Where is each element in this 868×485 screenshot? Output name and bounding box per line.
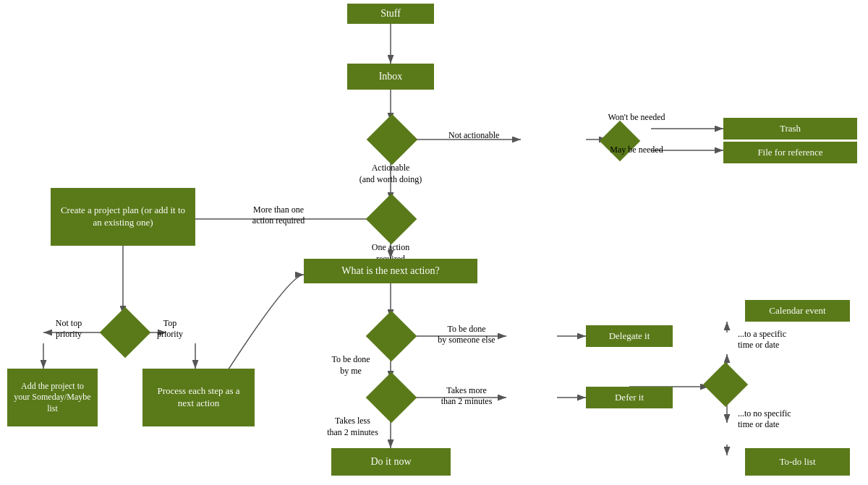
file-ref-box: File for reference [723, 142, 857, 163]
time-less-label: Takes lessthan 2 minutes [318, 416, 387, 438]
specific-time-label: ...to a specifictime or date [738, 329, 832, 351]
delegate-box: Delegate it [586, 325, 673, 347]
more-one-label: More than oneaction required [224, 205, 333, 226]
stuff-box: Stuff [347, 4, 434, 24]
top-priority-label: Toppriority [141, 318, 199, 340]
todo-box: To-do list [745, 448, 850, 476]
do-now-box: Do it now [331, 448, 451, 476]
someday-box: Add the project to your Someday/Maybe li… [7, 369, 98, 426]
calendar-box: Calendar event [745, 300, 850, 322]
defer-type-diamond [703, 362, 748, 407]
flowchart: Stuff Inbox Actionable(and worth doing) … [0, 0, 868, 485]
process-steps-box: Process each step as a next action [142, 369, 255, 426]
actionable-label: Actionable(and worth doing) [347, 163, 434, 185]
create-project-box: Create a project plan (or add it to an e… [51, 188, 195, 246]
someone-else-label: To be doneby someone else [420, 324, 514, 345]
wont-needed-label: Won't be needed [593, 112, 680, 123]
not-top-label: Not toppriority [40, 318, 98, 340]
who-label: To be doneby me [318, 354, 383, 377]
no-specific-label: ...to no specifictime or date [738, 408, 832, 430]
takes-more-label: Takes morethan 2 minutes [420, 385, 514, 407]
next-action-box: What is the next action? [304, 259, 477, 283]
inbox-box: Inbox [347, 64, 434, 90]
trash-box: Trash [723, 118, 857, 140]
defer-box: Defer it [586, 387, 673, 408]
actionable-diamond [367, 114, 418, 166]
actions-diamond [366, 194, 417, 245]
may-needed-label: May be needed [597, 145, 676, 155]
not-actionable-label: Not actionable [448, 130, 499, 141]
